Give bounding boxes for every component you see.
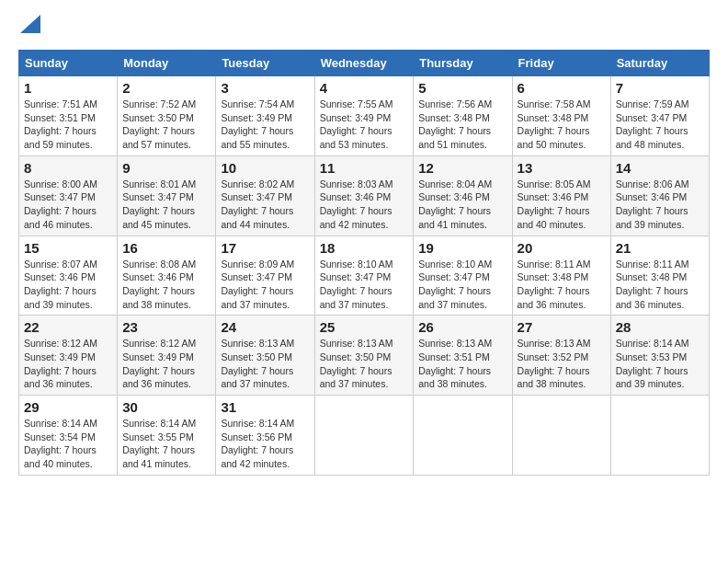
day-number: 28 [616,319,704,335]
calendar-cell: 21 Sunrise: 8:11 AMSunset: 3:48 PMDaylig… [610,236,709,316]
calendar-cell: 19 Sunrise: 8:10 AMSunset: 3:47 PMDaylig… [414,236,512,316]
day-number: 3 [221,80,309,96]
day-number: 20 [518,240,606,256]
day-number: 8 [24,160,112,176]
day-info: Sunrise: 8:12 AMSunset: 3:49 PMDaylight:… [122,337,210,391]
day-info: Sunrise: 8:00 AMSunset: 3:47 PMDaylight:… [24,178,112,232]
day-number: 9 [122,160,210,176]
day-info: Sunrise: 7:56 AMSunset: 3:48 PMDaylight:… [418,98,506,152]
day-info: Sunrise: 8:11 AMSunset: 3:48 PMDaylight:… [518,258,606,312]
calendar-cell: 28 Sunrise: 8:14 AMSunset: 3:53 PMDaylig… [610,316,709,396]
calendar-cell: 23 Sunrise: 8:12 AMSunset: 3:49 PMDaylig… [118,316,216,396]
calendar-cell: 4 Sunrise: 7:55 AMSunset: 3:49 PMDayligh… [314,76,414,156]
day-info: Sunrise: 7:55 AMSunset: 3:49 PMDaylight:… [320,98,409,152]
day-info: Sunrise: 8:14 AMSunset: 3:53 PMDaylight:… [616,337,704,391]
day-number: 19 [418,240,506,256]
day-number: 6 [518,80,606,96]
day-info: Sunrise: 8:02 AMSunset: 3:47 PMDaylight:… [221,178,309,232]
day-number: 14 [616,160,704,176]
calendar-cell: 2 Sunrise: 7:52 AMSunset: 3:50 PMDayligh… [118,76,216,156]
calendar-week-row: 29 Sunrise: 8:14 AMSunset: 3:54 PMDaylig… [19,396,710,476]
day-info: Sunrise: 8:14 AMSunset: 3:56 PMDaylight:… [221,417,309,471]
header [18,15,710,40]
day-number: 17 [221,240,309,256]
day-number: 25 [320,319,409,335]
calendar-header-row: SundayMondayTuesdayWednesdayThursdayFrid… [19,51,710,76]
calendar-cell: 3 Sunrise: 7:54 AMSunset: 3:49 PMDayligh… [216,76,314,156]
day-number: 26 [418,319,506,335]
calendar-cell: 15 Sunrise: 8:07 AMSunset: 3:46 PMDaylig… [19,236,118,316]
day-info: Sunrise: 7:59 AMSunset: 3:47 PMDaylight:… [616,98,704,152]
logo-icon [20,15,40,33]
day-info: Sunrise: 8:07 AMSunset: 3:46 PMDaylight:… [24,258,112,312]
calendar-cell: 18 Sunrise: 8:10 AMSunset: 3:47 PMDaylig… [314,236,414,316]
calendar-cell: 27 Sunrise: 8:13 AMSunset: 3:52 PMDaylig… [512,316,610,396]
header-saturday: Saturday [610,51,709,76]
day-number: 10 [221,160,309,176]
calendar-cell: 9 Sunrise: 8:01 AMSunset: 3:47 PMDayligh… [118,155,216,236]
day-number: 4 [320,80,409,96]
day-number: 15 [24,240,112,256]
day-info: Sunrise: 8:14 AMSunset: 3:54 PMDaylight:… [24,417,112,471]
day-info: Sunrise: 8:03 AMSunset: 3:46 PMDaylight:… [320,178,409,232]
day-info: Sunrise: 8:10 AMSunset: 3:47 PMDaylight:… [320,258,409,312]
day-info: Sunrise: 8:05 AMSunset: 3:46 PMDaylight:… [518,178,606,232]
day-info: Sunrise: 8:11 AMSunset: 3:48 PMDaylight:… [616,258,704,312]
day-number: 29 [24,399,112,415]
header-tuesday: Tuesday [216,51,314,76]
header-monday: Monday [118,51,216,76]
day-number: 11 [320,160,409,176]
calendar-week-row: 1 Sunrise: 7:51 AMSunset: 3:51 PMDayligh… [19,76,710,156]
calendar-cell: 20 Sunrise: 8:11 AMSunset: 3:48 PMDaylig… [512,236,610,316]
logo [18,15,40,40]
day-number: 7 [616,80,704,96]
day-info: Sunrise: 8:08 AMSunset: 3:46 PMDaylight:… [122,258,210,312]
day-number: 23 [122,319,210,335]
day-number: 13 [518,160,606,176]
day-number: 12 [418,160,506,176]
calendar-cell [314,396,414,476]
calendar-cell [512,396,610,476]
calendar-cell: 5 Sunrise: 7:56 AMSunset: 3:48 PMDayligh… [414,76,512,156]
calendar-cell: 17 Sunrise: 8:09 AMSunset: 3:47 PMDaylig… [216,236,314,316]
calendar-cell [610,396,709,476]
day-number: 30 [122,399,210,415]
svg-marker-0 [20,15,40,33]
day-number: 24 [221,319,309,335]
calendar-cell: 10 Sunrise: 8:02 AMSunset: 3:47 PMDaylig… [216,155,314,236]
calendar-cell: 6 Sunrise: 7:58 AMSunset: 3:48 PMDayligh… [512,76,610,156]
header-friday: Friday [512,51,610,76]
day-info: Sunrise: 8:13 AMSunset: 3:51 PMDaylight:… [418,337,506,391]
day-info: Sunrise: 7:52 AMSunset: 3:50 PMDaylight:… [122,98,210,152]
calendar-cell: 30 Sunrise: 8:14 AMSunset: 3:55 PMDaylig… [118,396,216,476]
day-number: 5 [418,80,506,96]
calendar-cell: 7 Sunrise: 7:59 AMSunset: 3:47 PMDayligh… [610,76,709,156]
calendar-cell [414,396,512,476]
day-info: Sunrise: 7:54 AMSunset: 3:49 PMDaylight:… [221,98,309,152]
day-number: 1 [24,80,112,96]
calendar-cell: 12 Sunrise: 8:04 AMSunset: 3:46 PMDaylig… [414,155,512,236]
day-info: Sunrise: 8:14 AMSunset: 3:55 PMDaylight:… [122,417,210,471]
header-sunday: Sunday [19,51,118,76]
calendar-cell: 22 Sunrise: 8:12 AMSunset: 3:49 PMDaylig… [19,316,118,396]
day-info: Sunrise: 8:13 AMSunset: 3:52 PMDaylight:… [518,337,606,391]
day-number: 21 [616,240,704,256]
day-number: 2 [122,80,210,96]
calendar-week-row: 8 Sunrise: 8:00 AMSunset: 3:47 PMDayligh… [19,155,710,236]
calendar-cell: 25 Sunrise: 8:13 AMSunset: 3:50 PMDaylig… [314,316,414,396]
day-number: 18 [320,240,409,256]
calendar-cell: 31 Sunrise: 8:14 AMSunset: 3:56 PMDaylig… [216,396,314,476]
day-number: 22 [24,319,112,335]
calendar-table: SundayMondayTuesdayWednesdayThursdayFrid… [18,50,710,476]
day-number: 27 [518,319,606,335]
day-info: Sunrise: 7:58 AMSunset: 3:48 PMDaylight:… [518,98,606,152]
calendar-cell: 13 Sunrise: 8:05 AMSunset: 3:46 PMDaylig… [512,155,610,236]
day-number: 16 [122,240,210,256]
day-info: Sunrise: 7:51 AMSunset: 3:51 PMDaylight:… [24,98,112,152]
day-info: Sunrise: 8:13 AMSunset: 3:50 PMDaylight:… [320,337,409,391]
calendar-cell: 8 Sunrise: 8:00 AMSunset: 3:47 PMDayligh… [19,155,118,236]
header-wednesday: Wednesday [314,51,414,76]
calendar-cell: 11 Sunrise: 8:03 AMSunset: 3:46 PMDaylig… [314,155,414,236]
header-thursday: Thursday [414,51,512,76]
calendar-cell: 16 Sunrise: 8:08 AMSunset: 3:46 PMDaylig… [118,236,216,316]
